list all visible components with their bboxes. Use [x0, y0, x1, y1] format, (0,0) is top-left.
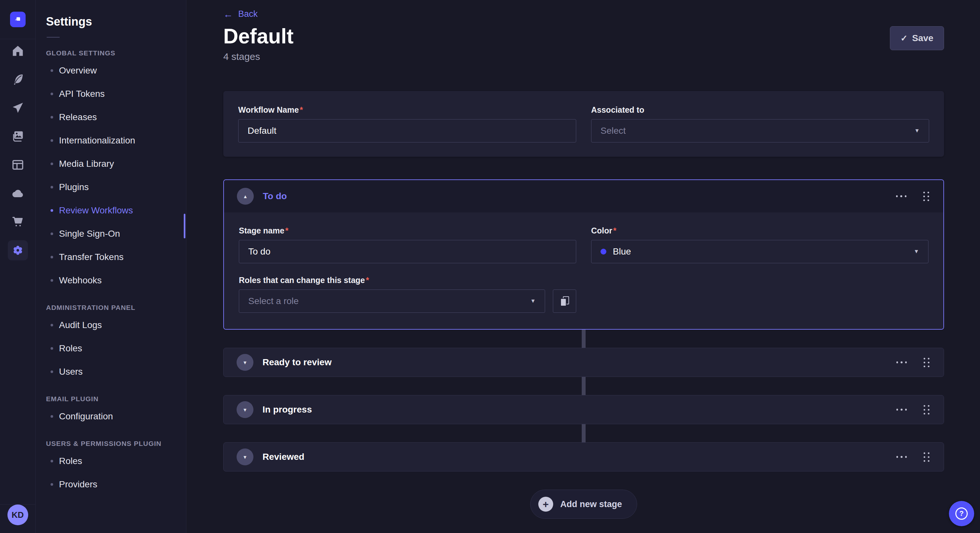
stage-count-subtitle: 4 stages [223, 51, 294, 62]
chevron-down-icon: ▼ [913, 248, 919, 255]
page-title: Default [223, 25, 294, 48]
settings-sidebar: Settings GLOBAL SETTINGS Overview API To… [36, 0, 186, 533]
bullet-icon [51, 233, 53, 235]
more-options-icon[interactable] [896, 456, 907, 458]
sidebar-item-audit-logs[interactable]: Audit Logs [36, 314, 186, 337]
sidebar-scrollbar-thumb[interactable] [184, 214, 185, 238]
more-options-icon[interactable] [896, 195, 907, 197]
workflow-name-label: Workflow Name* [238, 105, 576, 115]
stage-title: Ready to review [262, 357, 331, 368]
help-button[interactable]: ? [949, 501, 974, 526]
drag-handle-icon[interactable] [924, 452, 929, 462]
associated-to-label: Associated to [591, 105, 929, 115]
color-swatch-blue [600, 249, 606, 254]
more-options-icon[interactable] [896, 409, 907, 411]
section-heading-administration-panel: ADMINISTRATION PANEL [46, 304, 186, 311]
bullet-icon [51, 460, 53, 462]
add-new-stage-button[interactable]: + Add new stage [530, 490, 638, 519]
sidebar-item-single-sign-on[interactable]: Single Sign-On [36, 222, 186, 246]
stage-card-in-progress[interactable]: ▼ In progress [223, 395, 944, 424]
sidebar-item-users[interactable]: Users [36, 360, 186, 383]
duplicate-stage-button[interactable] [553, 289, 576, 313]
bullet-icon [51, 93, 53, 95]
sidebar-item-internationalization[interactable]: Internationalization [36, 129, 186, 152]
sidebar-item-configuration[interactable]: Configuration [36, 405, 186, 428]
stage-card-reviewed[interactable]: ▼ Reviewed [223, 443, 944, 471]
home-icon[interactable] [11, 44, 25, 58]
roles-select[interactable]: Select a role ▼ [239, 289, 545, 313]
question-mark-icon: ? [955, 508, 968, 520]
chevron-down-icon: ▼ [914, 128, 920, 134]
save-button[interactable]: ✓ Save [890, 26, 944, 50]
sidebar-item-review-workflows[interactable]: Review Workflows [36, 199, 186, 222]
bullet-icon [51, 483, 53, 486]
bullet-icon [51, 415, 53, 418]
chevron-down-icon: ▼ [530, 298, 536, 305]
associated-to-select[interactable]: Select ▼ [591, 119, 929, 143]
color-label: Color* [591, 226, 929, 235]
expand-chevron-button[interactable]: ▼ [237, 449, 253, 465]
required-asterisk: * [366, 276, 369, 285]
stage-list: ▲ To do Stage name* To do [223, 179, 944, 471]
stage-header-to-do[interactable]: ▲ To do [224, 180, 943, 213]
stage-editor-body: Stage name* To do Color* Blue [224, 213, 943, 329]
user-avatar[interactable]: KD [8, 504, 28, 525]
chevron-down-icon: ▼ [243, 454, 248, 460]
collapse-chevron-button[interactable]: ▲ [237, 188, 254, 205]
bullet-icon [51, 69, 53, 72]
stage-card-ready-to-review[interactable]: ▼ Ready to review [223, 348, 944, 377]
chevron-up-icon: ▲ [243, 194, 248, 199]
bullet-icon [51, 256, 53, 259]
stage-name-input[interactable]: To do [239, 240, 576, 263]
nav-rail: KD [0, 0, 36, 533]
sidebar-item-releases[interactable]: Releases [36, 106, 186, 129]
bullet-icon [51, 116, 53, 119]
sidebar-item-media-library[interactable]: Media Library [36, 152, 186, 176]
title-underline [47, 37, 60, 38]
stage-title: Reviewed [262, 452, 304, 462]
sidebar-item-overview[interactable]: Overview [36, 59, 186, 82]
plus-icon: + [538, 497, 553, 512]
sidebar-item-up-roles[interactable]: Roles [36, 449, 186, 473]
workflow-form-card: Workflow Name* Default Associated to Sel… [223, 91, 944, 157]
section-heading-email-plugin: EMAIL PLUGIN [46, 395, 186, 403]
sidebar-item-webhooks[interactable]: Webhooks [36, 269, 186, 292]
required-asterisk: * [613, 226, 616, 235]
cart-icon[interactable] [11, 215, 25, 229]
main-content: ← Back Default 4 stages ✓ Save Workflow … [186, 0, 980, 533]
paper-plane-icon[interactable] [11, 101, 25, 115]
sidebar-item-providers[interactable]: Providers [36, 473, 186, 496]
workflow-name-input[interactable]: Default [238, 119, 576, 143]
expand-chevron-button[interactable]: ▼ [237, 354, 253, 371]
sidebar-item-transfer-tokens[interactable]: Transfer Tokens [36, 246, 186, 269]
check-icon: ✓ [900, 33, 908, 43]
expand-chevron-button[interactable]: ▼ [237, 401, 253, 418]
gear-icon[interactable] [8, 240, 28, 260]
bullet-icon [51, 370, 53, 373]
layout-icon[interactable] [11, 158, 25, 172]
back-label: Back [238, 9, 258, 19]
stage-title: To do [263, 191, 287, 201]
bullet-icon [51, 324, 53, 327]
section-heading-users-permissions-plugin: USERS & PERMISSIONS PLUGIN [46, 440, 186, 447]
feather-icon[interactable] [11, 72, 25, 86]
media-gallery-icon[interactable] [11, 129, 25, 143]
drag-handle-icon[interactable] [924, 358, 929, 367]
stage-name-label: Stage name* [239, 226, 576, 235]
strapi-logo-icon[interactable] [10, 12, 25, 27]
chevron-down-icon: ▼ [243, 360, 248, 365]
sidebar-item-plugins[interactable]: Plugins [36, 176, 186, 199]
bullet-icon [51, 347, 53, 350]
color-select[interactable]: Blue ▼ [591, 240, 929, 263]
sidebar-item-admin-roles[interactable]: Roles [36, 337, 186, 360]
cloud-icon[interactable] [11, 186, 25, 200]
sidebar-item-api-tokens[interactable]: API Tokens [36, 82, 186, 106]
drag-handle-icon[interactable] [924, 405, 929, 414]
back-link[interactable]: ← Back [223, 9, 258, 19]
drag-handle-icon[interactable] [923, 192, 929, 201]
back-arrow-icon: ← [223, 10, 233, 19]
bullet-icon [51, 279, 53, 282]
stage-title: In progress [262, 405, 312, 415]
bullet-icon [51, 186, 53, 189]
more-options-icon[interactable] [896, 362, 907, 363]
